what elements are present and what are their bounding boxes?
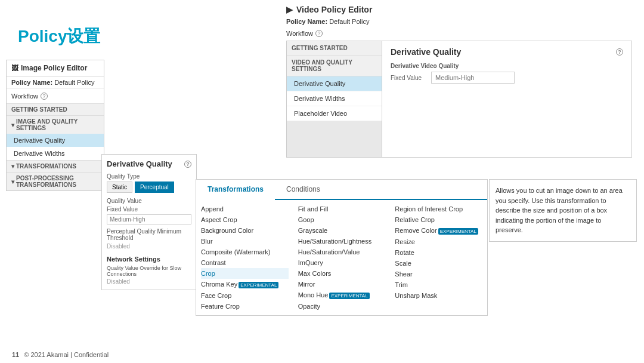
transform-item[interactable]: Feature Crop <box>201 301 289 312</box>
policy-label: Policy设置 <box>18 25 100 48</box>
quality-type-label: Quality Type <box>107 173 191 180</box>
video-nav-getting-started: GETTING STARTED <box>287 41 382 56</box>
transform-item[interactable]: Chroma KeyEXPERIMENTAL <box>201 279 289 290</box>
btn-perceptual[interactable]: Perceptual <box>135 182 174 193</box>
nav-getting-started: GETTING STARTED <box>7 103 104 115</box>
image-policy-name-value: Default Policy <box>54 79 94 86</box>
description-text: Allows you to cut an image down to an ar… <box>496 187 623 233</box>
image-panel-workflow: Workflow ? <box>7 88 104 103</box>
image-policy-panel: 🖼 Image Policy Editor Policy Name: Defau… <box>6 60 104 191</box>
deriv-panel-title: Derivative Quality ? <box>107 159 191 168</box>
transform-item[interactable]: Rotate <box>395 247 482 258</box>
description-panel: Allows you to cut an image down to an ar… <box>489 179 637 242</box>
transform-item[interactable]: ImQuery <box>298 257 386 268</box>
transform-item[interactable]: Fit and Fill <box>298 204 386 214</box>
tab-transformations[interactable]: Transformations <box>196 180 275 200</box>
nav-post-processing-label: POST-PROCESSING TRANSFORMATIONS <box>16 175 99 188</box>
image-panel-header: 🖼 Image Policy Editor <box>7 60 104 76</box>
image-policy-name-label: Policy Name: <box>11 79 52 86</box>
image-icon: 🖼 <box>11 64 18 72</box>
video-deriv-right: Derivative Quality ? Derivative Video Qu… <box>382 41 631 157</box>
network-settings-title: Network Settings <box>107 256 191 263</box>
nav-image-quality-section[interactable]: IMAGE AND QUALITY SETTINGS <box>7 115 104 134</box>
transform-item[interactable]: Unsharp Mask <box>395 290 482 301</box>
transform-item[interactable]: Background Color <box>201 225 289 236</box>
video-policy-name-value: Default Policy <box>329 18 369 25</box>
video-nav: GETTING STARTED VIDEO AND QUALITY SETTIN… <box>287 41 382 157</box>
video-policy-outer: ▶ Video Policy Editor Policy Name: Defau… <box>286 5 632 158</box>
video-workflow-help-icon[interactable]: ? <box>315 30 323 37</box>
transform-item[interactable]: Max Colors <box>298 268 386 279</box>
image-workflow-help-icon[interactable]: ? <box>41 93 48 100</box>
video-nav-quality-section: VIDEO AND QUALITY SETTINGS <box>287 56 382 76</box>
transform-item[interactable]: Relative Crop <box>395 214 482 225</box>
fixed-value-input[interactable] <box>107 214 191 224</box>
video-nav-derivative-quality[interactable]: Derivative Quality <box>287 76 382 91</box>
transform-item[interactable]: Shear <box>395 269 482 279</box>
footer-page-number: 11 <box>12 351 19 358</box>
deriv-quality-panel: Derivative Quality ? Quality Type Static… <box>101 154 197 290</box>
nav-image-quality-chevron <box>11 122 14 128</box>
transform-col-1: AppendAspect CropBackground ColorBlurCom… <box>196 204 293 312</box>
transform-col-3: Region of Interest CropRelative CropRemo… <box>390 204 487 312</box>
video-quality-row: Fixed Value <box>391 72 623 84</box>
image-panel-policyname: Policy Name: Default Policy <box>7 76 104 88</box>
transform-item[interactable]: Hue/Saturation/Value <box>298 247 386 257</box>
video-workflow-row: Workflow ? <box>286 30 632 37</box>
video-policy-header: ▶ Video Policy Editor <box>286 5 632 14</box>
transform-item[interactable]: Mirror <box>298 279 386 290</box>
footer-text: © 2021 Akamai | Confidential <box>24 351 109 358</box>
quality-value-label: Quality Value <box>107 198 191 204</box>
transform-item[interactable]: Resize <box>395 236 482 247</box>
video-panel-container: GETTING STARTED VIDEO AND QUALITY SETTIN… <box>286 41 632 158</box>
video-policy-name-row: Policy Name: Default Policy <box>286 18 632 25</box>
video-icon: ▶ <box>286 5 293 14</box>
network-override-label: Quality Value Override for Slow Connecti… <box>107 265 191 277</box>
transform-item[interactable]: Mono HueEXPERIMENTAL <box>298 290 386 301</box>
video-policy-name-label: Policy Name: <box>286 18 327 25</box>
transform-item[interactable]: Hue/Saturation/Lightness <box>298 236 386 247</box>
video-deriv-help-icon[interactable]: ? <box>616 48 623 56</box>
nav-transformations-label: TRANSFORMATIONS <box>16 163 76 170</box>
image-panel-title: Image Policy Editor <box>21 64 87 72</box>
transform-item[interactable]: Goop <box>298 214 386 225</box>
transform-item[interactable]: Aspect Crop <box>201 214 289 225</box>
video-nav-placeholder-video[interactable]: Placeholder Video <box>287 106 382 121</box>
btn-static[interactable]: Static <box>107 182 132 193</box>
video-deriv-title: Derivative Quality ? <box>391 47 623 57</box>
video-nav-derivative-widths[interactable]: Derivative Widths <box>287 91 382 106</box>
workflow-label: Workflow <box>11 93 38 100</box>
footer: 11 © 2021 Akamai | Confidential <box>12 351 109 358</box>
fixed-value-sublabel: Fixed Value <box>107 206 191 213</box>
video-fixed-value-label: Fixed Value <box>391 75 426 81</box>
transform-item[interactable]: Contrast <box>201 257 289 268</box>
transform-item[interactable]: Append <box>201 204 289 214</box>
network-override-value: Disabled <box>107 278 191 285</box>
nav-derivative-widths[interactable]: Derivative Widths <box>7 147 104 160</box>
nav-post-processing-chevron <box>11 179 14 185</box>
transform-item[interactable]: Grayscale <box>298 225 386 236</box>
transform-item[interactable]: Scale <box>395 258 482 269</box>
nav-derivative-quality[interactable]: Derivative Quality <box>7 134 104 147</box>
deriv-help-icon[interactable]: ? <box>184 161 191 168</box>
nav-post-processing-section[interactable]: POST-PROCESSING TRANSFORMATIONS <box>7 172 104 190</box>
nav-transformations-section[interactable]: TRANSFORMATIONS <box>7 160 104 172</box>
transform-item[interactable]: Crop <box>201 268 289 279</box>
min-threshold-label: Perceptual Quality Minimum Threshold <box>107 228 191 241</box>
transform-item[interactable]: Trim <box>395 279 482 290</box>
transform-content: AppendAspect CropBackground ColorBlurCom… <box>196 200 487 315</box>
transformations-panel: Transformations Conditions AppendAspect … <box>196 179 488 316</box>
transform-tabs: Transformations Conditions <box>196 180 487 200</box>
slide-container: Policy设置 ▶ Video Policy Editor Policy Na… <box>0 0 644 363</box>
video-fixed-value-input[interactable] <box>431 72 515 84</box>
video-workflow-label: Workflow <box>286 30 313 37</box>
transform-item[interactable]: Region of Interest Crop <box>395 204 482 214</box>
transform-item[interactable]: Composite (Watermark) <box>201 247 289 257</box>
transform-item[interactable]: Face Crop <box>201 290 289 301</box>
tab-conditions[interactable]: Conditions <box>275 180 332 199</box>
nav-transformations-chevron <box>11 163 14 170</box>
transform-item[interactable]: Remove ColorEXPERIMENTAL <box>395 225 482 236</box>
video-policy-title: Video Policy Editor <box>296 5 372 14</box>
transform-item[interactable]: Opacity <box>298 301 386 312</box>
transform-item[interactable]: Blur <box>201 236 289 247</box>
